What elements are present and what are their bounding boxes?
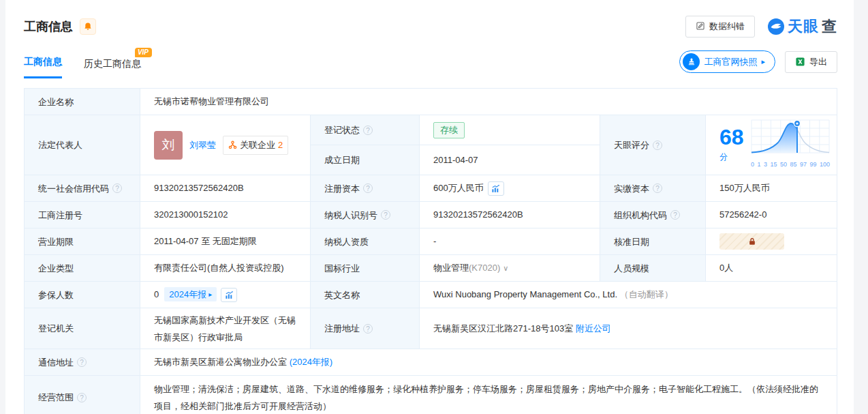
staff-size: 0人 xyxy=(719,263,733,273)
help-icon[interactable]: ? xyxy=(363,324,373,334)
locked-value-placeholder[interactable] xyxy=(719,233,784,250)
field-value-taxpayer-quality: - xyxy=(420,228,600,255)
score-distribution-chart[interactable]: 0131550859799100 xyxy=(751,118,830,172)
related-companies-badge[interactable]: 关联企业 2 xyxy=(223,136,288,155)
help-icon[interactable]: ? xyxy=(77,393,87,402)
label-text: 组织机构代码 xyxy=(614,209,667,220)
bell-curve xyxy=(751,118,830,156)
field-value-reg-status: 存续 xyxy=(420,115,600,145)
tab-history-business-info[interactable]: 历史工商信息 VIP xyxy=(84,58,141,78)
capital-trend-icon[interactable] xyxy=(488,181,504,196)
excel-icon xyxy=(795,57,805,67)
chevron-down-icon[interactable]: ∨ xyxy=(503,264,508,272)
arrow-right-icon: ▸ xyxy=(208,287,212,301)
field-value-approval-date xyxy=(706,228,837,255)
field-label-tyc-score: 天眼评分? xyxy=(600,115,706,175)
field-label-reg-address: 注册地址? xyxy=(311,308,420,349)
field-label-reg-authority: 登记机关 xyxy=(25,308,140,349)
mail-address: 无锡市新吴区新港公寓物业办公室 xyxy=(154,357,287,367)
label-text: 纳税人资质 xyxy=(324,236,369,246)
field-value-legal-rep: 刘 刘翠莹 关联企业 2 xyxy=(140,115,311,175)
business-term: 2011-04-07 至 无固定期限 xyxy=(154,236,257,246)
help-icon[interactable]: ? xyxy=(653,183,662,193)
axis-tick: 1 xyxy=(757,157,760,172)
field-value-reg-address: 无锡新吴区汉江北路271-18号103室 附近公司 xyxy=(420,308,837,349)
field-label-reg-status: 登记状态? xyxy=(311,115,420,145)
field-label-reg-number: 工商注册号 xyxy=(25,202,140,228)
help-icon[interactable]: ? xyxy=(363,183,373,193)
help-icon[interactable]: ? xyxy=(112,183,122,193)
reg-number: 320213000152102 xyxy=(154,209,228,220)
field-label-business-term: 营业期限 xyxy=(25,228,140,255)
nearby-companies-link[interactable]: 附近公司 xyxy=(576,323,611,334)
help-icon[interactable]: ? xyxy=(363,125,373,135)
mail-annual-report-link[interactable]: (2024年报) xyxy=(290,357,333,367)
reg-address: 无锡新吴区汉江北路271-18号103室 xyxy=(433,323,573,334)
reg-capital: 600万人民币 xyxy=(433,183,484,193)
table-row: 营业期限 2011-04-07 至 无固定期限 纳税人资质 - 核准日期 xyxy=(25,228,837,255)
label-text: 法定代表人 xyxy=(38,140,82,150)
table-row: 登记机关 无锡国家高新技术产业开发区（无锡市新吴区）行政审批局 注册地址? 无锡… xyxy=(25,308,837,349)
data-correction-button[interactable]: 数据纠错 xyxy=(685,16,755,38)
label-text: 人员规模 xyxy=(614,263,649,273)
label-text: 实缴资本 xyxy=(614,183,649,193)
field-label-credit-code: 统一社会信用代码? xyxy=(25,175,140,202)
legal-rep-name-link[interactable]: 刘翠莹 xyxy=(189,138,216,153)
company-name: 无锡市诺帮物业管理有限公司 xyxy=(154,96,269,106)
vip-badge: VIP xyxy=(135,48,152,57)
help-icon[interactable]: ? xyxy=(670,210,680,220)
help-icon[interactable]: ? xyxy=(77,357,87,367)
industry-name: 物业管理 xyxy=(433,263,469,273)
bell-icon[interactable] xyxy=(80,18,96,35)
table-row: 法定代表人 刘 刘翠莹 关联企业 2 登记状态? 存续 天眼评分? xyxy=(25,115,837,145)
field-label-establish-date: 成立日期 xyxy=(311,145,420,175)
auto-translate-note: （自动翻译） xyxy=(620,289,673,299)
axis-tick: 97 xyxy=(800,157,807,172)
related-companies-count: 2 xyxy=(278,138,283,153)
label-text: 经营范围 xyxy=(38,392,74,402)
tianyancha-logo[interactable]: 天眼查 xyxy=(767,16,837,37)
field-label-business-scope: 经营范围? xyxy=(25,376,140,414)
label-text: 登记机关 xyxy=(38,323,74,334)
tianyancha-logo-icon xyxy=(767,18,785,35)
export-button[interactable]: 导出 xyxy=(785,51,837,73)
help-icon[interactable]: ? xyxy=(381,210,390,220)
field-value-english-name: Wuxi Nuobang Property Management Co., Lt… xyxy=(420,282,837,308)
brand-text-dark: 查 xyxy=(822,16,837,37)
label-text: 天眼评分 xyxy=(614,140,649,150)
label-text: 注册地址 xyxy=(324,323,360,334)
related-companies-label: 关联企业 xyxy=(240,138,275,153)
axis-tick: 100 xyxy=(820,157,830,172)
label-text: 核准日期 xyxy=(614,236,649,246)
label-text: 参保人数 xyxy=(38,289,74,299)
score-value: 68 xyxy=(719,125,744,149)
english-name: Wuxi Nuobang Property Management Co., Lt… xyxy=(433,289,617,299)
field-label-industry: 国标行业 xyxy=(311,255,420,282)
official-snapshot-button[interactable]: 工商官网快照 ▸ xyxy=(679,50,775,73)
table-row: 企业名称 无锡市诺帮物业管理有限公司 xyxy=(25,89,837,115)
avatar[interactable]: 刘 xyxy=(154,131,183,160)
field-value-taxpayer-id: 91320213572562420B xyxy=(420,202,600,228)
reg-authority: 无锡国家高新技术产业开发区（无锡市新吴区）行政审批局 xyxy=(154,315,296,342)
label-text: 注册资本 xyxy=(324,183,360,193)
table-row: 通信地址? 无锡市新吴区新港公寓物业办公室 (2024年报) xyxy=(25,349,837,376)
table-row: 企业类型 有限责任公司(自然人投资或控股) 国标行业 物业管理(K7020)∨ … xyxy=(25,255,837,282)
field-label-company-type: 企业类型 xyxy=(25,255,140,282)
help-icon[interactable]: ? xyxy=(653,141,662,150)
axis-tick: 0 xyxy=(751,157,754,172)
annual-report-label: 2024年报 xyxy=(169,287,206,301)
table-row: 经营范围? 物业管理；清洗保洁；房屋建筑、道路、下水道的维修服务；绿化种植养护服… xyxy=(25,376,837,414)
tab-business-info[interactable]: 工商信息 xyxy=(24,56,62,78)
field-label-insured-count: 参保人数 xyxy=(25,282,140,308)
field-value-insured-count: 02024年报▸ xyxy=(140,282,311,308)
annual-report-link[interactable]: 2024年报▸ xyxy=(164,287,217,301)
insured-trend-icon[interactable] xyxy=(221,288,237,302)
field-value-tyc-score: 68分 xyxy=(706,115,837,175)
field-value-reg-authority: 无锡国家高新技术产业开发区（无锡市新吴区）行政审批局 xyxy=(140,308,311,349)
field-label-staff-size: 人员规模 xyxy=(600,255,706,282)
table-row: 统一社会信用代码? 91320213572562420B 注册资本? 600万人… xyxy=(25,175,837,202)
field-value-org-code: 57256242-0 xyxy=(706,202,837,228)
snapshot-label: 工商官网快照 xyxy=(704,56,757,68)
taxpayer-id: 91320213572562420B xyxy=(433,209,523,220)
page-title: 工商信息 xyxy=(24,18,73,35)
